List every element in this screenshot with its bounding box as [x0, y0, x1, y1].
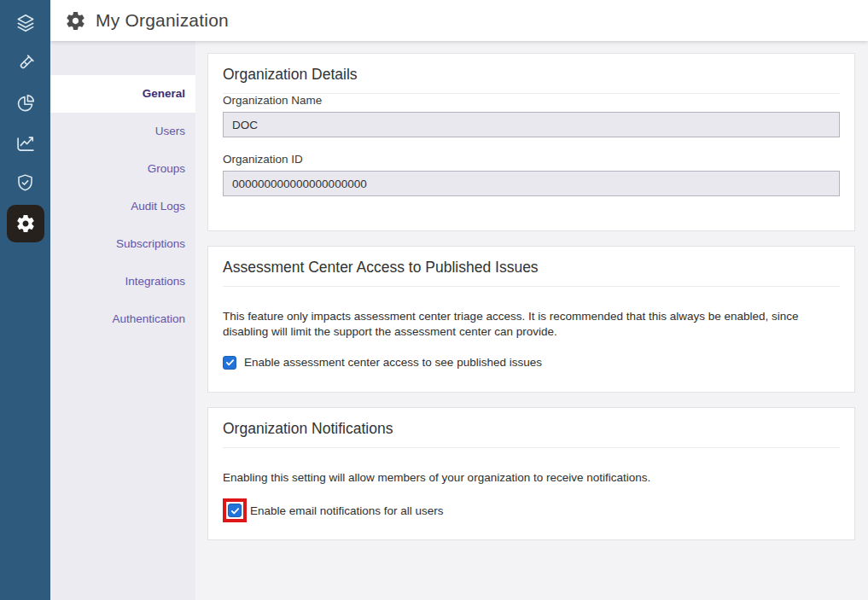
nav-item-general[interactable]: General [50, 75, 195, 113]
card-assessment-access: Assessment Center Access to Published Is… [207, 246, 855, 393]
main-content: Organization Details Organization Name O… [195, 41, 868, 600]
nav-item-audit-logs[interactable]: Audit Logs [50, 188, 195, 225]
card-title: Assessment Center Access to Published Is… [223, 259, 840, 277]
card-title: Organization Notifications [223, 420, 840, 438]
layers-icon [15, 12, 37, 34]
rail-item-shield[interactable] [0, 163, 50, 203]
organization-name-field: Organization Name [223, 94, 840, 137]
card-organization-notifications: Organization Notifications Enabling this… [207, 407, 855, 541]
organization-id-input[interactable] [223, 171, 840, 196]
email-notifications-checkbox-row: Enable email notifications for all users [223, 498, 840, 522]
rail-active-indicator [7, 205, 44, 242]
checkmark-icon [230, 506, 240, 516]
card-organization-details: Organization Details Organization Name O… [207, 53, 855, 231]
nav-item-subscriptions[interactable]: Subscriptions [50, 225, 195, 263]
nav-item-groups[interactable]: Groups [50, 150, 195, 188]
icon-rail [0, 0, 50, 600]
organization-name-input[interactable] [223, 112, 840, 137]
organization-id-field: Organization ID [223, 153, 840, 196]
email-notifications-checkbox-label: Enable email notifications for all users [250, 504, 444, 517]
assessment-access-checkbox[interactable] [223, 356, 236, 370]
rail-item-settings[interactable] [0, 203, 50, 243]
divider [223, 286, 840, 287]
assessment-access-checkbox-label: Enable assessment center access to see p… [244, 356, 542, 369]
test-tube-icon [15, 52, 37, 74]
rail-item-line-chart[interactable] [0, 123, 50, 163]
settings-icon [15, 213, 36, 234]
rail-item-pie-chart[interactable] [0, 83, 50, 123]
pie-chart-icon [15, 92, 37, 114]
page-header: My Organization [50, 0, 868, 41]
nav-item-integrations[interactable]: Integrations [50, 263, 195, 300]
assessment-access-checkbox-row: Enable assessment center access to see p… [223, 356, 840, 370]
page-title: My Organization [96, 10, 229, 31]
nav-item-users[interactable]: Users [50, 113, 195, 150]
rail-item-layers[interactable] [0, 3, 50, 43]
divider [223, 447, 840, 448]
shield-check-icon [15, 172, 36, 194]
organization-id-label: Organization ID [223, 153, 840, 166]
nav-item-authentication[interactable]: Authentication [50, 300, 195, 338]
organization-name-label: Organization Name [223, 94, 840, 107]
settings-subnav: General Users Groups Audit Logs Subscrip… [50, 41, 195, 600]
line-chart-icon [15, 132, 37, 154]
red-highlight-annotation [223, 498, 247, 522]
settings-icon [65, 10, 86, 32]
assessment-access-description: This feature only impacts assessment cen… [223, 309, 840, 340]
notifications-description: Enabling this setting will allow members… [223, 470, 840, 486]
card-title: Organization Details [223, 66, 840, 84]
email-notifications-checkbox[interactable] [228, 504, 242, 517]
rail-item-test-tube[interactable] [0, 43, 50, 83]
checkmark-icon [225, 358, 235, 367]
